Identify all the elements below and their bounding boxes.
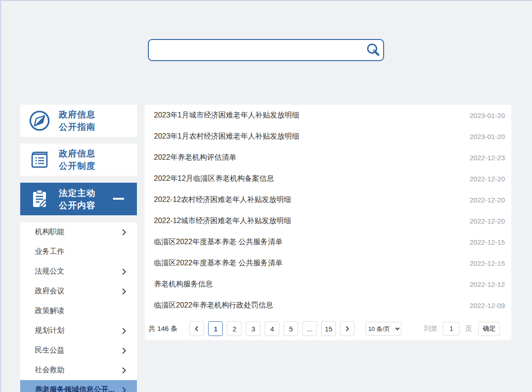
sidebar-menu-item[interactable]: 政府会议 <box>20 281 137 301</box>
page-number-button[interactable]: 2 <box>227 321 242 336</box>
document-row[interactable]: 2022年12月临淄区养老机构备案信息 2022-12-20 <box>145 168 511 189</box>
document-title[interactable]: 2023年1月农村经济困难老年人补贴发放明细 <box>154 132 300 141</box>
page-number-button[interactable]: 3 <box>246 321 260 336</box>
document-date: 2022-12-15 <box>470 259 505 267</box>
page-left-edge <box>0 0 1 392</box>
sidebar-menu: 机构职能 业务工作 法规公文 <box>20 222 137 392</box>
document-row[interactable]: 养老机构服务信息 2022-12-12 <box>145 274 511 295</box>
goto-prefix-label: 到第 <box>424 325 437 333</box>
document-row[interactable]: 2022年养老机构评估清单 2022-12-23 <box>145 147 511 168</box>
sidebar-menu-item[interactable]: 法规公文 <box>20 262 137 281</box>
chevron-left-icon <box>194 325 199 332</box>
document-date: 2022-12-20 <box>470 196 505 204</box>
sidebar: 政府信息 公开指南 政府信息 公开制度 <box>20 105 137 392</box>
document-date: 2022-12-23 <box>470 154 505 162</box>
prev-page-button[interactable] <box>189 321 204 336</box>
page-number-button[interactable]: 5 <box>283 321 298 336</box>
document-title[interactable]: 临淄区2022年养老机构行政处罚信息 <box>154 301 273 310</box>
sidebar-menu-item[interactable]: 业务工作 <box>20 242 137 262</box>
sidebar-menu-item[interactable]: 规划计划 <box>20 321 137 341</box>
pagination-bar: 共 146 条 12345...15 10 条/页 到第 页 <box>145 321 511 336</box>
chevron-right-icon <box>121 347 127 354</box>
search-input[interactable] <box>149 40 363 60</box>
next-page-button[interactable] <box>340 321 355 336</box>
clipboard-pencil-icon <box>20 187 59 211</box>
document-row[interactable]: 临淄区2022年度基本养老 公共服务清单 2022-12-15 <box>145 252 511 274</box>
sidebar-menu-item-label: 社会救助 <box>35 365 64 375</box>
sidebar-card-statutory-disclosure[interactable]: 法定主动 公开内容 <box>20 183 137 215</box>
sidebar-menu-item-label: 机构职能 <box>35 227 64 237</box>
sidebar-card-label: 法定主动 公开内容 <box>59 187 96 212</box>
document-title[interactable]: 养老机构服务信息 <box>154 280 213 289</box>
sidebar-card-gov-info-rules[interactable]: 政府信息 公开制度 <box>20 144 137 176</box>
page-number-button[interactable]: ... <box>302 321 317 336</box>
chevron-right-icon <box>345 325 350 332</box>
total-count-label: 共 146 条 <box>148 325 177 333</box>
search-button[interactable] <box>363 40 383 60</box>
document-date: 2023-01-20 <box>470 133 505 140</box>
compass-icon <box>20 109 59 133</box>
document-row[interactable]: 2023年1月农村经济困难老年人补贴发放明细 2023-01-20 <box>145 126 511 147</box>
document-title[interactable]: 2022年养老机构评估清单 <box>154 153 237 162</box>
sidebar-menu-item[interactable]: 社会救助 <box>20 360 137 380</box>
chevron-right-icon <box>121 386 127 392</box>
sidebar-menu-item-label: 业务工作 <box>35 247 64 257</box>
sidebar-menu-item-label: 规划计划 <box>35 326 64 336</box>
document-date: 2022-12-12 <box>470 280 505 288</box>
search-bar <box>148 39 384 61</box>
document-date: 2022-12-09 <box>470 302 505 309</box>
document-date: 2022-12-20 <box>470 217 505 225</box>
document-title[interactable]: 2022年12月临淄区养老机构备案信息 <box>154 174 274 184</box>
sidebar-menu-item[interactable]: 养老服务领域信息公开... <box>20 380 137 392</box>
sidebar-menu-item-label: 法规公文 <box>35 267 64 276</box>
rules-book-icon <box>20 148 59 172</box>
goto-suffix-label: 页 <box>465 325 472 333</box>
sidebar-menu-item[interactable]: 政策解读 <box>20 301 137 321</box>
document-title[interactable]: 2022-12农村经济困难老年人补贴发放明细 <box>154 195 291 205</box>
document-title[interactable]: 临淄区2022年度基本养老 公共服务清单 <box>154 237 283 247</box>
page-number-buttons: 12345...15 <box>208 321 340 336</box>
page-number-button[interactable]: 4 <box>265 321 279 336</box>
document-row[interactable]: 2022-12城市经济困难老年人补贴发放明细 2022-12-20 <box>145 210 511 231</box>
sidebar-card-label: 政府信息 公开指南 <box>59 108 96 133</box>
sidebar-card-gov-info-guide[interactable]: 政府信息 公开指南 <box>20 105 137 137</box>
document-date: 2022-12-20 <box>470 175 505 183</box>
sidebar-menu-item-label: 政策解读 <box>35 306 64 316</box>
page-size-select[interactable]: 10 条/页 <box>366 322 402 336</box>
collapse-minus-icon[interactable] <box>113 198 124 200</box>
sidebar-menu-item-label: 民生公益 <box>35 346 64 355</box>
document-row[interactable]: 2022-12农村经济困难老年人补贴发放明细 2022-12-20 <box>145 189 511 210</box>
chevron-right-icon <box>121 367 127 374</box>
document-list: 2023年1月城市经济困难老年人补贴发放明细 2023-01-20 2023年1… <box>145 105 511 316</box>
document-title[interactable]: 临淄区2022年度基本养老 公共服务清单 <box>154 258 283 268</box>
document-row[interactable]: 临淄区2022年度基本养老 公共服务清单 2022-12-15 <box>145 231 511 252</box>
document-list-panel: 2023年1月城市经济困难老年人补贴发放明细 2023-01-20 2023年1… <box>145 105 511 340</box>
document-row[interactable]: 2023年1月城市经济困难老年人补贴发放明细 2023-01-20 <box>145 105 511 126</box>
sidebar-menu-item-label: 养老服务领域信息公开... <box>35 385 114 392</box>
page-top-edge <box>0 0 532 1</box>
document-date: 2022-12-15 <box>470 238 505 246</box>
chevron-right-icon <box>121 268 127 275</box>
chevron-right-icon <box>121 288 127 295</box>
chevron-right-icon <box>121 229 127 236</box>
sidebar-menu-item[interactable]: 机构职能 <box>20 222 137 242</box>
chevron-right-icon <box>121 327 127 335</box>
goto-page-group: 到第 页 确定 <box>424 322 500 336</box>
goto-confirm-button[interactable]: 确定 <box>478 322 500 336</box>
sidebar-menu-item[interactable]: 民生公益 <box>20 341 137 360</box>
sidebar-card-label: 政府信息 公开制度 <box>59 147 96 172</box>
page-number-button[interactable]: 15 <box>321 321 336 336</box>
search-icon <box>366 43 380 57</box>
document-row[interactable]: 临淄区2022年养老机构行政处罚信息 2022-12-09 <box>145 295 511 316</box>
page-number-button[interactable]: 1 <box>208 321 223 336</box>
document-date: 2023-01-20 <box>470 112 505 119</box>
sidebar-menu-item-label: 政府会议 <box>35 286 64 296</box>
goto-page-input[interactable] <box>443 322 459 336</box>
document-title[interactable]: 2022-12城市经济困难老年人补贴发放明细 <box>154 216 291 226</box>
document-title[interactable]: 2023年1月城市经济困难老年人补贴发放明细 <box>154 111 300 120</box>
